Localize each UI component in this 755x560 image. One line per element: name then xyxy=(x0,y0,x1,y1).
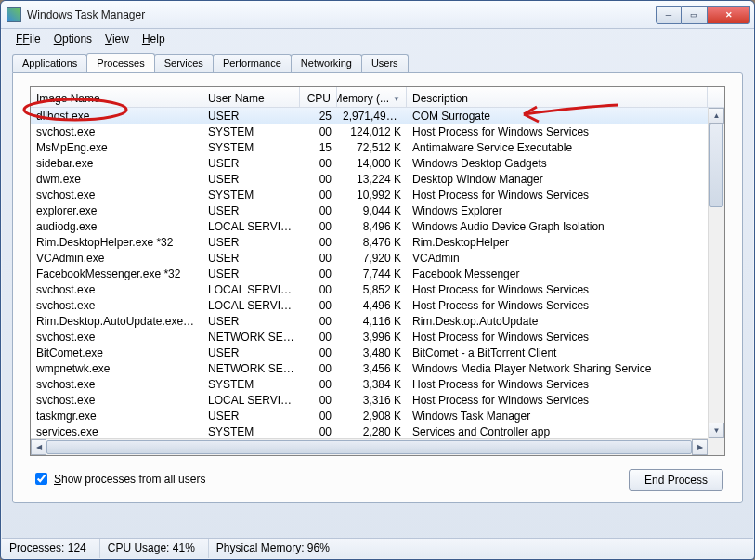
cell-memory: 14,000 K xyxy=(337,157,407,170)
cell-image-name: svchost.exe xyxy=(31,378,202,391)
scroll-right-button[interactable]: ▶ xyxy=(692,439,708,455)
process-row[interactable]: svchost.exeLOCAL SERVICE004,496 KHost Pr… xyxy=(31,297,708,313)
cell-user-name: LOCAL SERVICE xyxy=(202,394,300,407)
cell-user-name: USER xyxy=(202,157,300,170)
scroll-up-button[interactable]: ▲ xyxy=(709,108,724,124)
tab-performance[interactable]: Performance xyxy=(213,54,292,72)
tab-services[interactable]: Services xyxy=(154,54,214,72)
cell-cpu: 00 xyxy=(300,220,337,233)
horizontal-scrollbar[interactable]: ◀ ▶ xyxy=(31,438,708,455)
process-row[interactable]: FacebookMessenger.exe *32USER007,744 KFa… xyxy=(31,266,708,281)
cell-user-name: USER xyxy=(202,315,300,328)
process-row[interactable]: wmpnetwk.exeNETWORK SERVICE003,456 KWind… xyxy=(31,360,708,376)
scroll-left-button[interactable]: ◀ xyxy=(31,439,46,455)
minimize-button[interactable]: ─ xyxy=(656,6,682,24)
menu-options[interactable]: Options xyxy=(48,31,98,47)
process-row[interactable]: svchost.exeLOCAL SERVICE005,852 KHost Pr… xyxy=(31,281,708,297)
tab-processes[interactable]: Processes xyxy=(86,53,154,72)
header-user-name[interactable]: User Name xyxy=(202,87,300,107)
process-row[interactable]: svchost.exeSYSTEM003,384 KHost Process f… xyxy=(31,376,708,392)
cell-cpu: 00 xyxy=(300,425,337,438)
cell-image-name: svchost.exe xyxy=(31,331,202,344)
process-listview[interactable]: Image Name User Name CPU Memory (... Des… xyxy=(30,86,725,456)
tab-applications[interactable]: Applications xyxy=(12,54,87,72)
menu-file[interactable]: FFileFile xyxy=(10,31,46,47)
process-row[interactable]: dwm.exeUSER0013,224 KDesktop Window Mana… xyxy=(31,171,708,187)
vscroll-thumb[interactable] xyxy=(709,124,723,207)
cell-description: VCAdmin xyxy=(407,252,708,265)
cell-cpu: 00 xyxy=(300,157,337,170)
show-all-processes-input[interactable] xyxy=(35,473,47,485)
header-memory[interactable]: Memory (... xyxy=(337,87,407,107)
cell-cpu: 00 xyxy=(300,283,337,296)
cell-cpu: 00 xyxy=(300,362,337,375)
cell-cpu: 00 xyxy=(300,125,337,138)
cell-user-name: USER xyxy=(202,410,300,423)
cell-image-name: Rim.Desktop.AutoUpdate.exe *32 xyxy=(31,315,202,328)
cell-cpu: 15 xyxy=(300,141,337,154)
cell-description: Windows Audio Device Graph Isolation xyxy=(407,220,708,233)
process-row[interactable]: VCAdmin.exeUSER007,920 KVCAdmin xyxy=(31,250,708,266)
cell-memory: 2,908 K xyxy=(337,410,407,423)
menu-view[interactable]: View xyxy=(99,31,135,47)
header-image-name[interactable]: Image Name xyxy=(31,87,202,107)
scroll-corner xyxy=(708,438,724,455)
cell-image-name: MsMpEng.exe xyxy=(31,141,202,154)
cell-user-name: USER xyxy=(202,267,300,280)
hscroll-track[interactable] xyxy=(46,439,692,455)
process-row[interactable]: Rim.DesktopHelper.exe *32USER008,476 KRi… xyxy=(31,234,708,250)
cell-cpu: 00 xyxy=(300,410,337,423)
cell-memory: 3,996 K xyxy=(337,331,407,344)
cell-cpu: 00 xyxy=(300,252,337,265)
cell-cpu: 00 xyxy=(300,378,337,391)
titlebar[interactable]: Windows Task Manager ─ ▭ ✕ xyxy=(1,1,754,29)
cell-user-name: SYSTEM xyxy=(202,425,300,438)
process-row[interactable]: svchost.exeSYSTEM0010,992 KHost Process … xyxy=(31,187,708,202)
cell-memory: 4,496 K xyxy=(337,299,407,312)
process-row[interactable]: services.exeSYSTEM002,280 KServices and … xyxy=(31,423,708,438)
process-row[interactable]: Rim.Desktop.AutoUpdate.exe *32USER004,11… xyxy=(31,313,708,329)
cell-memory: 3,316 K xyxy=(337,394,407,407)
cell-memory: 8,476 K xyxy=(337,236,407,249)
process-row[interactable]: svchost.exeLOCAL SERVICE003,316 KHost Pr… xyxy=(31,392,708,408)
hscroll-thumb[interactable] xyxy=(46,440,692,454)
process-row[interactable]: audiodg.exeLOCAL SERVICE008,496 KWindows… xyxy=(31,218,708,234)
header-description[interactable]: Description xyxy=(407,87,708,107)
process-row[interactable]: svchost.exeNETWORK SERVICE003,996 KHost … xyxy=(31,329,708,345)
tab-networking[interactable]: Networking xyxy=(291,54,362,72)
header-cpu[interactable]: CPU xyxy=(300,87,337,107)
cell-memory: 3,480 K xyxy=(337,346,407,359)
vertical-scrollbar[interactable]: ▲ ▼ xyxy=(708,108,724,438)
close-button[interactable]: ✕ xyxy=(708,6,750,24)
end-process-button[interactable]: EEnd Processnd Process xyxy=(629,469,723,491)
process-row[interactable]: BitComet.exeUSER003,480 KBitComet - a Bi… xyxy=(31,345,708,360)
cell-user-name: LOCAL SERVICE xyxy=(202,220,300,233)
cell-user-name: SYSTEM xyxy=(202,141,300,154)
content-frame: Image Name User Name CPU Memory (... Des… xyxy=(12,72,743,503)
cell-memory: 124,012 K xyxy=(337,125,407,138)
tab-users[interactable]: Users xyxy=(361,54,409,72)
process-row[interactable]: dllhost.exeUSER252,971,496 KCOM Surrogat… xyxy=(31,108,708,124)
cell-description: Host Process for Windows Services xyxy=(407,331,708,344)
cell-user-name: USER xyxy=(202,204,300,217)
cell-user-name: SYSTEM xyxy=(202,378,300,391)
cell-image-name: BitComet.exe xyxy=(31,346,202,359)
listview-body[interactable]: dllhost.exeUSER252,971,496 KCOM Surrogat… xyxy=(31,108,708,438)
maximize-button[interactable]: ▭ xyxy=(682,6,708,24)
cell-memory: 7,744 K xyxy=(337,267,407,280)
scroll-down-button[interactable]: ▼ xyxy=(709,423,724,438)
process-row[interactable]: svchost.exeSYSTEM00124,012 KHost Process… xyxy=(31,124,708,139)
cell-description: Host Process for Windows Services xyxy=(407,299,708,312)
process-row[interactable]: sidebar.exeUSER0014,000 KWindows Desktop… xyxy=(31,155,708,171)
cell-cpu: 00 xyxy=(300,394,337,407)
show-all-processes-checkbox[interactable]: Show processes from all users xyxy=(32,470,205,488)
process-row[interactable]: taskmgr.exeUSER002,908 KWindows Task Man… xyxy=(31,408,708,423)
cell-user-name: USER xyxy=(202,346,300,359)
header-scroll-spacer xyxy=(708,87,724,107)
cell-image-name: services.exe xyxy=(31,425,202,438)
cell-description: Host Process for Windows Services xyxy=(407,283,708,296)
process-row[interactable]: MsMpEng.exeSYSTEM1572,512 KAntimalware S… xyxy=(31,139,708,155)
menu-help[interactable]: Help xyxy=(137,31,171,47)
cell-image-name: taskmgr.exe xyxy=(31,410,202,423)
process-row[interactable]: explorer.exeUSER009,044 KWindows Explore… xyxy=(31,202,708,218)
